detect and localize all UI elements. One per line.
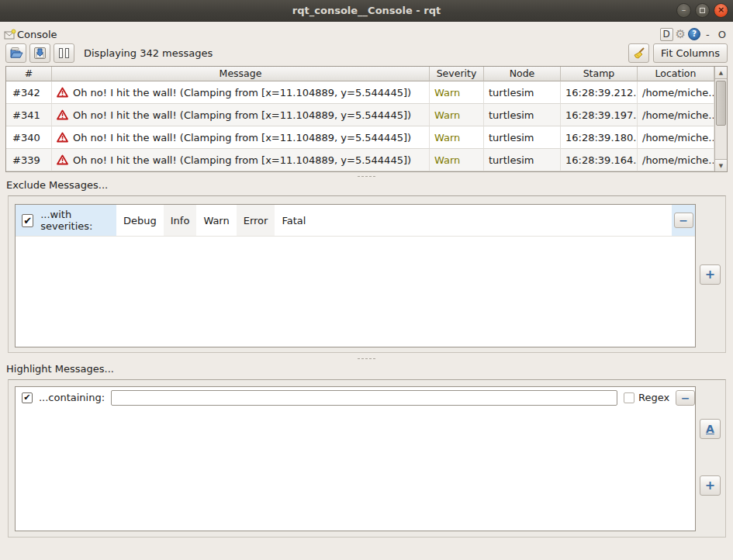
titlebar[interactable]: rqt_console__Console - rqt – ×: [0, 0, 733, 22]
splitter-dots: [357, 358, 377, 360]
remove-exclude-filter-button[interactable]: −: [674, 213, 693, 228]
table-row[interactable]: #342: [6, 81, 52, 104]
regex-option: Regex: [624, 392, 669, 403]
location-cell[interactable]: /home/miche...: [638, 104, 714, 126]
location-cell[interactable]: /home/miche...: [638, 149, 714, 171]
check-icon: ✔: [23, 216, 32, 226]
regex-label: Regex: [638, 392, 669, 403]
column-header-stamp[interactable]: Stamp: [561, 67, 638, 81]
containing-filter-label: ...containing:: [39, 392, 105, 403]
clear-messages-button[interactable]: [628, 43, 649, 63]
close-button[interactable]: ×: [714, 3, 728, 18]
settings-gear-icon[interactable]: ⚙: [676, 28, 686, 40]
window-controls: – ×: [676, 3, 728, 18]
message-cell[interactable]: Oh no! I hit the wall! (Clamping from [x…: [52, 104, 430, 126]
message-text: Oh no! I hit the wall! (Clamping from [x…: [73, 154, 411, 166]
minimize-button[interactable]: –: [676, 3, 691, 18]
check-icon: ✔: [23, 393, 30, 402]
severity-filter-checkbox[interactable]: ✔: [22, 214, 33, 227]
exclude-filter-frame: ✔ ...with severities: Debug Info Warn Er…: [8, 195, 726, 353]
severity-cell[interactable]: Warn: [430, 104, 484, 126]
column-header-message[interactable]: Message: [52, 67, 430, 81]
message-table: # Message Severity Node Stamp Location ▲…: [5, 66, 728, 172]
column-header-severity[interactable]: Severity: [430, 67, 484, 81]
message-cell[interactable]: Oh no! I hit the wall! (Clamping from [x…: [52, 126, 430, 149]
minus-icon: −: [679, 215, 688, 226]
table-row[interactable]: #340: [6, 126, 52, 149]
message-cell[interactable]: Oh no! I hit the wall! (Clamping from [x…: [52, 81, 430, 104]
node-cell[interactable]: turtlesim: [484, 104, 561, 126]
add-highlight-filter-button[interactable]: +: [700, 475, 721, 496]
splitter-handle[interactable]: [0, 355, 733, 361]
exclude-filter-list: ✔ ...with severities: Debug Info Warn Er…: [15, 204, 696, 347]
containing-filter-row[interactable]: ✔ ...containing: Regex −: [16, 387, 695, 408]
severity-option-info[interactable]: Info: [164, 205, 197, 236]
save-icon: [33, 47, 47, 60]
severity-option-error[interactable]: Error: [237, 205, 275, 236]
table-row[interactable]: #341: [6, 104, 52, 126]
splitter-handle[interactable]: [0, 173, 733, 179]
scrollbar-thumb[interactable]: [716, 81, 726, 126]
dock-title-label: Console: [17, 29, 57, 40]
load-messages-button[interactable]: [5, 43, 26, 63]
help-button[interactable]: ?: [688, 28, 700, 40]
splitter-dots: [357, 175, 377, 178]
fit-columns-label: Fit Columns: [661, 47, 720, 59]
dock-minimize-button[interactable]: -: [703, 29, 713, 40]
table-row[interactable]: #339: [6, 149, 52, 171]
maximize-button[interactable]: [695, 3, 710, 18]
highlight-a-icon: A: [706, 423, 714, 434]
dock-d-button[interactable]: D: [660, 28, 673, 41]
table-scrollbar[interactable]: ▲ ▼: [714, 67, 727, 171]
remove-highlight-filter-button[interactable]: −: [676, 390, 695, 406]
stamp-cell[interactable]: 16:28:39.180...: [561, 126, 638, 149]
dock-header: Console D ⚙ ? - O: [4, 26, 729, 42]
node-cell[interactable]: turtlesim: [484, 81, 561, 104]
scroll-up-button[interactable]: ▲: [715, 67, 727, 79]
dock-close-button[interactable]: O: [715, 29, 729, 40]
plus-icon: +: [705, 479, 715, 492]
pause-button[interactable]: [54, 43, 74, 63]
stamp-cell[interactable]: 16:28:39.164...: [561, 149, 638, 171]
exclude-section-title: Exclude Messages...: [6, 179, 108, 191]
window-title: rqt_console__Console - rqt: [292, 5, 441, 16]
column-header-node[interactable]: Node: [484, 67, 561, 81]
location-cell[interactable]: /home/miche...: [638, 126, 714, 149]
maximize-icon: [700, 8, 705, 13]
warning-icon: [57, 87, 68, 98]
highlight-mode-toggle-button[interactable]: A: [700, 419, 721, 439]
severity-option-debug[interactable]: Debug: [116, 205, 164, 236]
broom-icon: [632, 47, 646, 60]
arrow-up-icon: ▲: [719, 70, 723, 76]
node-cell[interactable]: turtlesim: [484, 126, 561, 149]
severity-cell[interactable]: Warn: [430, 126, 484, 149]
location-cell[interactable]: /home/miche...: [638, 81, 714, 104]
severity-cell[interactable]: Warn: [430, 149, 484, 171]
save-messages-button[interactable]: [29, 43, 50, 63]
regex-checkbox[interactable]: [624, 392, 634, 403]
fit-columns-button[interactable]: Fit Columns: [653, 43, 728, 63]
scroll-down-button[interactable]: ▼: [715, 159, 727, 171]
severity-filter-row[interactable]: ✔ ...with severities: Debug Info Warn Er…: [16, 205, 695, 237]
column-header-location[interactable]: Location: [638, 67, 714, 81]
stamp-cell[interactable]: 16:28:39.197...: [561, 104, 638, 126]
severity-option-warn[interactable]: Warn: [196, 205, 236, 236]
column-header-num[interactable]: #: [6, 67, 52, 81]
message-text: Oh no! I hit the wall! (Clamping from [x…: [73, 109, 411, 121]
add-exclude-filter-button[interactable]: +: [700, 264, 721, 285]
warning-icon: [57, 132, 68, 143]
severity-filter-enable-cell: ✔ ...with severities:: [16, 205, 116, 236]
severity-options-list: Debug Info Warn Error Fatal: [116, 205, 313, 236]
severity-filter-label: ...with severities:: [40, 209, 116, 232]
node-cell[interactable]: turtlesim: [484, 149, 561, 171]
message-count-status: Displaying 342 messages: [84, 47, 213, 59]
console-toolbar: Displaying 342 messages Fit Columns: [5, 43, 728, 63]
severity-option-fatal[interactable]: Fatal: [275, 205, 313, 236]
stamp-cell[interactable]: 16:28:39.212...: [561, 81, 638, 104]
highlight-section-title: Highlight Messages...: [6, 363, 114, 375]
containing-input[interactable]: [111, 390, 617, 406]
message-cell[interactable]: Oh no! I hit the wall! (Clamping from [x…: [52, 149, 430, 171]
severity-cell[interactable]: Warn: [430, 81, 484, 104]
open-folder-icon: [9, 47, 23, 59]
containing-filter-checkbox[interactable]: ✔: [22, 392, 33, 403]
